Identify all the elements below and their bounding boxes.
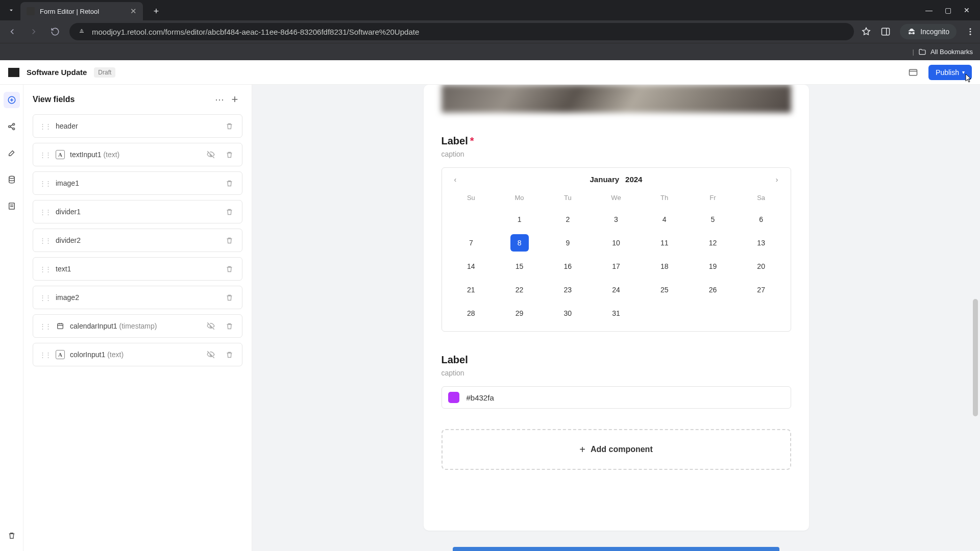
delete-field-icon[interactable]	[223, 148, 236, 161]
panel-more-icon[interactable]: ⋯	[212, 92, 227, 107]
calendar-day[interactable]: 4	[655, 211, 674, 228]
calendar-day[interactable]: 22	[510, 281, 529, 298]
field-row[interactable]: ⋮⋮ A textInput1 (text)	[33, 143, 242, 166]
bottom-action-bar[interactable]	[453, 547, 779, 551]
delete-field-icon[interactable]	[223, 234, 236, 247]
close-tab-icon[interactable]: ✕	[130, 7, 137, 16]
hide-field-icon[interactable]	[204, 319, 217, 333]
forward-button[interactable]	[27, 24, 41, 39]
panel-add-icon[interactable]: +	[227, 92, 242, 107]
chrome-menu-icon[interactable]	[966, 27, 975, 36]
delete-field-icon[interactable]	[223, 319, 236, 333]
side-panel-icon[interactable]	[880, 27, 891, 37]
drag-grip-icon[interactable]: ⋮⋮	[39, 265, 51, 273]
delete-field-icon[interactable]	[223, 262, 236, 276]
publish-button[interactable]: Publish ▾	[928, 65, 972, 80]
add-component-button[interactable]: + Add component	[442, 429, 791, 470]
reload-button[interactable]	[48, 24, 62, 39]
calendar-input[interactable]: ‹ January 2024 › SuMoTuWeThFrSa123456789…	[442, 167, 791, 332]
back-button[interactable]	[5, 24, 19, 39]
browser-tab[interactable]: Form Editor | Retool ✕	[20, 2, 143, 20]
calendar-day[interactable]: 23	[558, 281, 577, 298]
calendar-day[interactable]: 30	[558, 305, 577, 322]
color-input[interactable]: #b432fa	[442, 386, 791, 409]
calendar-day[interactable]: 2	[558, 211, 577, 228]
calendar-day[interactable]: 21	[462, 281, 480, 298]
pages-rail-icon[interactable]	[4, 198, 20, 214]
tab-search-dropdown[interactable]	[4, 3, 18, 17]
calendar-day[interactable]: 14	[462, 258, 480, 275]
delete-field-icon[interactable]	[223, 177, 236, 190]
data-rail-icon[interactable]	[4, 171, 20, 188]
calendar-day[interactable]: 3	[607, 211, 625, 228]
trash-rail-icon[interactable]	[4, 528, 20, 544]
all-bookmarks-link[interactable]: All Bookmarks	[930, 48, 973, 56]
drag-grip-icon[interactable]: ⋮⋮	[39, 151, 51, 159]
field-row[interactable]: ⋮⋮ calendarInput1 (timestamp)	[33, 314, 242, 338]
calendar-day[interactable]: 6	[752, 211, 770, 228]
delete-field-icon[interactable]	[223, 291, 236, 304]
calendar-month[interactable]: January	[590, 175, 620, 184]
calendar-next-icon[interactable]: ›	[772, 173, 782, 186]
calendar-day[interactable]: 25	[655, 281, 674, 298]
site-settings-icon[interactable]	[78, 28, 86, 36]
bookmark-star-icon[interactable]	[861, 27, 871, 37]
share-rail-icon[interactable]	[4, 118, 20, 135]
minimize-icon[interactable]: —	[925, 6, 933, 14]
delete-field-icon[interactable]	[223, 348, 236, 361]
drag-grip-icon[interactable]: ⋮⋮	[39, 237, 51, 244]
calendar-day[interactable]: 9	[558, 234, 577, 252]
incognito-badge[interactable]: Incognito	[900, 24, 957, 39]
url-input[interactable]: moodjoy1.retool.com/forms/editor/abcbf48…	[69, 23, 854, 40]
drag-grip-icon[interactable]: ⋮⋮	[39, 208, 51, 216]
drag-grip-icon[interactable]: ⋮⋮	[39, 294, 51, 302]
delete-field-icon[interactable]	[223, 119, 236, 133]
calendar-day[interactable]: 7	[462, 234, 480, 252]
maximize-icon[interactable]: ▢	[945, 6, 951, 14]
calendar-day[interactable]: 18	[655, 258, 674, 275]
calendar-day[interactable]: 13	[752, 234, 770, 252]
app-logo-icon[interactable]	[8, 68, 19, 77]
new-tab-button[interactable]: +	[149, 4, 163, 18]
field-row[interactable]: ⋮⋮ text1	[33, 257, 242, 281]
theme-rail-icon[interactable]	[4, 145, 20, 161]
drag-grip-icon[interactable]: ⋮⋮	[39, 122, 51, 130]
calendar-day[interactable]: 19	[703, 258, 722, 275]
calendar-year[interactable]: 2024	[625, 175, 642, 184]
calendar-day[interactable]: 17	[607, 258, 625, 275]
field-row[interactable]: ⋮⋮ header	[33, 114, 242, 138]
calendar-day[interactable]: 16	[558, 258, 577, 275]
calendar-day[interactable]: 11	[655, 234, 674, 252]
calendar-day[interactable]: 29	[510, 305, 529, 322]
drag-grip-icon[interactable]: ⋮⋮	[39, 322, 51, 330]
calendar-day[interactable]: 15	[510, 258, 529, 275]
calendar-day[interactable]: 28	[462, 305, 480, 322]
close-window-icon[interactable]: ✕	[964, 6, 970, 14]
calendar-day[interactable]: 31	[607, 305, 625, 322]
scrollbar-thumb[interactable]	[973, 299, 978, 416]
calendar-day[interactable]: 8	[510, 234, 529, 252]
calendar-day[interactable]: 26	[703, 281, 722, 298]
calendar-prev-icon[interactable]: ‹	[450, 173, 461, 186]
preview-icon[interactable]	[905, 64, 921, 81]
hide-field-icon[interactable]	[204, 348, 217, 361]
drag-grip-icon[interactable]: ⋮⋮	[39, 351, 51, 359]
calendar-day[interactable]: 10	[607, 234, 625, 252]
calendar-day[interactable]: 20	[752, 258, 770, 275]
field-row[interactable]: ⋮⋮ image1	[33, 171, 242, 195]
color-swatch[interactable]	[448, 392, 459, 403]
drag-grip-icon[interactable]: ⋮⋮	[39, 180, 51, 187]
field-row[interactable]: ⋮⋮ divider2	[33, 229, 242, 252]
field-row[interactable]: ⋮⋮ image2	[33, 286, 242, 309]
field-row[interactable]: ⋮⋮ divider1	[33, 200, 242, 223]
calendar-day[interactable]: 5	[703, 211, 722, 228]
field-row[interactable]: ⋮⋮ A colorInput1 (text)	[33, 343, 242, 366]
calendar-day[interactable]: 12	[703, 234, 722, 252]
calendar-day[interactable]: 1	[510, 211, 529, 228]
hide-field-icon[interactable]	[204, 148, 217, 161]
add-component-rail-icon[interactable]	[4, 92, 20, 108]
calendar-day[interactable]: 24	[607, 281, 625, 298]
calendar-day[interactable]: 27	[752, 281, 770, 298]
scrollbar[interactable]	[973, 85, 979, 551]
delete-field-icon[interactable]	[223, 205, 236, 218]
